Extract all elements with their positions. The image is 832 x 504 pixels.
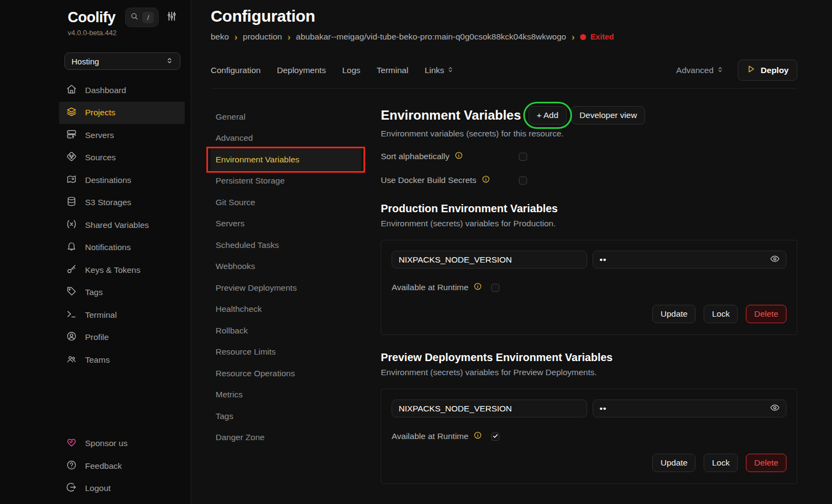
sidebar-item-shared-variables[interactable]: Shared Variables xyxy=(59,214,185,237)
chevron-updown-icon xyxy=(166,57,173,66)
variable-value-input[interactable]: •• xyxy=(593,400,786,417)
sidebar-item-servers[interactable]: Servers xyxy=(59,124,185,147)
add-variable-button[interactable]: + Add xyxy=(529,106,567,125)
variable-name-input[interactable]: NIXPACKS_NODE_VERSION xyxy=(392,400,587,417)
developer-view-button[interactable]: Developer view xyxy=(571,106,645,125)
sidebar-item-label: Notifications xyxy=(85,243,131,252)
subnav-item-metrics[interactable]: Metrics xyxy=(211,384,361,406)
subnav-item-tags[interactable]: Tags xyxy=(211,405,361,427)
variable-value-input[interactable]: •• xyxy=(593,251,786,269)
subnav-item-general[interactable]: General xyxy=(211,106,361,128)
team-select[interactable]: Hosting xyxy=(64,53,180,70)
environment-variables-panel: Environment Variables + Add Developer vi… xyxy=(381,106,797,484)
info-icon[interactable] xyxy=(482,175,490,186)
tab-logs[interactable]: Logs xyxy=(342,66,361,75)
tab-configuration[interactable]: Configuration xyxy=(211,66,261,75)
delete-button[interactable]: Delete xyxy=(746,454,786,472)
sidebar-item-feedback[interactable]: Feedback xyxy=(59,455,185,477)
sidebar-item-keys-tokens[interactable]: Keys & Tokens xyxy=(59,259,185,282)
sidebar-item-sponsor-us[interactable]: Sponsor us xyxy=(59,433,185,455)
panel-subtitle: Environment variables (secrets) for this… xyxy=(381,129,797,139)
config-subnav: General Advanced Environment Variables P… xyxy=(211,106,381,484)
subnav-item-resource-operations[interactable]: Resource Operations xyxy=(211,363,361,384)
breadcrumb-team[interactable]: beko xyxy=(211,32,229,42)
deploy-button-label: Deploy xyxy=(760,66,789,75)
breadcrumb-resource[interactable]: abubakar--meigag/vid-tube-beko-pro:main-… xyxy=(296,32,566,42)
sidebar-item-notifications[interactable]: Notifications xyxy=(59,237,185,259)
tab-terminal[interactable]: Terminal xyxy=(376,66,408,75)
subnav-item-healthcheck[interactable]: Healthcheck xyxy=(211,299,361,320)
runtime-checkbox-checked[interactable] xyxy=(491,433,499,441)
sort-alphabetically-checkbox[interactable] xyxy=(519,153,527,161)
info-icon[interactable] xyxy=(473,431,482,442)
subnav-item-resource-limits[interactable]: Resource Limits xyxy=(211,342,361,363)
subnav-item-environment-variables[interactable]: Environment Variables xyxy=(211,149,361,171)
production-section-title: Production Environment Variables xyxy=(381,202,797,215)
lock-button[interactable]: Lock xyxy=(704,305,738,323)
sidebar-item-label: Terminal xyxy=(85,310,117,320)
breadcrumb-environment[interactable]: production xyxy=(243,32,282,42)
tab-bar: Configuration Deployments Logs Terminal … xyxy=(211,60,797,89)
database-icon xyxy=(66,196,77,209)
page-title: Configuration xyxy=(211,7,797,25)
bell-icon xyxy=(66,241,77,254)
sidebar-item-label: Tags xyxy=(85,287,103,297)
search-button[interactable]: / xyxy=(125,8,159,27)
sidebar-item-sources[interactable]: Sources xyxy=(59,147,185,169)
subnav-item-scheduled-tasks[interactable]: Scheduled Tasks xyxy=(211,234,361,256)
subnav-item-preview-deployments[interactable]: Preview Deployments xyxy=(211,277,361,299)
delete-button[interactable]: Delete xyxy=(746,305,786,323)
sidebar-item-label: Servers xyxy=(85,130,114,140)
eye-icon[interactable] xyxy=(770,253,780,266)
sidebar-item-logout[interactable]: Logout xyxy=(59,477,185,500)
status-dot-icon xyxy=(580,34,586,40)
subnav-item-danger-zone[interactable]: Danger Zone xyxy=(211,427,361,449)
chevron-right-icon: › xyxy=(235,32,238,42)
subnav-item-git-source[interactable]: Git Source xyxy=(211,192,361,213)
users-icon xyxy=(66,354,77,366)
play-icon xyxy=(746,64,756,76)
sidebar-footer-nav: Sponsor us Feedback Logout xyxy=(59,433,185,500)
docker-build-secrets-checkbox[interactable] xyxy=(519,176,527,185)
variable-value-text: •• xyxy=(600,404,607,414)
update-button[interactable]: Update xyxy=(652,454,696,472)
sidebar-item-tags[interactable]: Tags xyxy=(59,282,185,304)
preview-section-title: Preview Deployments Environment Variable… xyxy=(381,351,797,364)
subnav-item-rollback[interactable]: Rollback xyxy=(211,320,361,342)
sidebar-item-label: Logout xyxy=(85,483,110,493)
info-icon[interactable] xyxy=(473,282,482,293)
sidebar-item-destinations[interactable]: Destinations xyxy=(59,169,185,192)
subnav-item-servers[interactable]: Servers xyxy=(211,213,361,235)
parentheses-x-icon xyxy=(66,219,77,232)
deploy-button[interactable]: Deploy xyxy=(738,60,797,81)
sidebar-item-teams[interactable]: Teams xyxy=(59,349,185,371)
sidebar-item-s3-storages[interactable]: S3 Storages xyxy=(59,192,185,214)
tab-links[interactable]: Links xyxy=(425,66,454,75)
sidebar-item-terminal[interactable]: Terminal xyxy=(59,304,185,326)
app-logo[interactable]: Coolify xyxy=(68,9,115,26)
update-button[interactable]: Update xyxy=(652,305,696,323)
sidebar-item-label: Feedback xyxy=(85,461,122,471)
subnav-item-persistent-storage[interactable]: Persistent Storage xyxy=(211,171,361,192)
subnav-item-webhooks[interactable]: Webhooks xyxy=(211,256,361,278)
sidebar-item-projects[interactable]: Projects xyxy=(59,102,185,125)
chevron-updown-icon xyxy=(717,66,724,75)
variable-name-input[interactable]: NIXPACKS_NODE_VERSION xyxy=(392,251,587,269)
main-content: Configuration beko › production › abubak… xyxy=(191,0,832,504)
sidebar-item-label: Shared Variables xyxy=(85,220,149,230)
sidebar-item-dashboard[interactable]: Dashboard xyxy=(59,79,185,102)
check-icon xyxy=(492,431,498,441)
subnav-item-advanced[interactable]: Advanced xyxy=(211,128,361,149)
eye-icon[interactable] xyxy=(770,402,780,415)
settings-sliders-button[interactable] xyxy=(166,11,177,24)
runtime-checkbox[interactable] xyxy=(491,284,499,292)
search-shortcut-key: / xyxy=(142,12,154,23)
runtime-label: Available at Runtime xyxy=(392,431,469,441)
sidebar-item-profile[interactable]: Profile xyxy=(59,326,185,349)
lock-button[interactable]: Lock xyxy=(704,454,738,472)
server-icon xyxy=(66,129,77,142)
info-icon[interactable] xyxy=(454,151,463,162)
tab-deployments[interactable]: Deployments xyxy=(277,66,326,75)
advanced-dropdown[interactable]: Advanced xyxy=(676,66,724,75)
heart-icon xyxy=(66,437,77,450)
